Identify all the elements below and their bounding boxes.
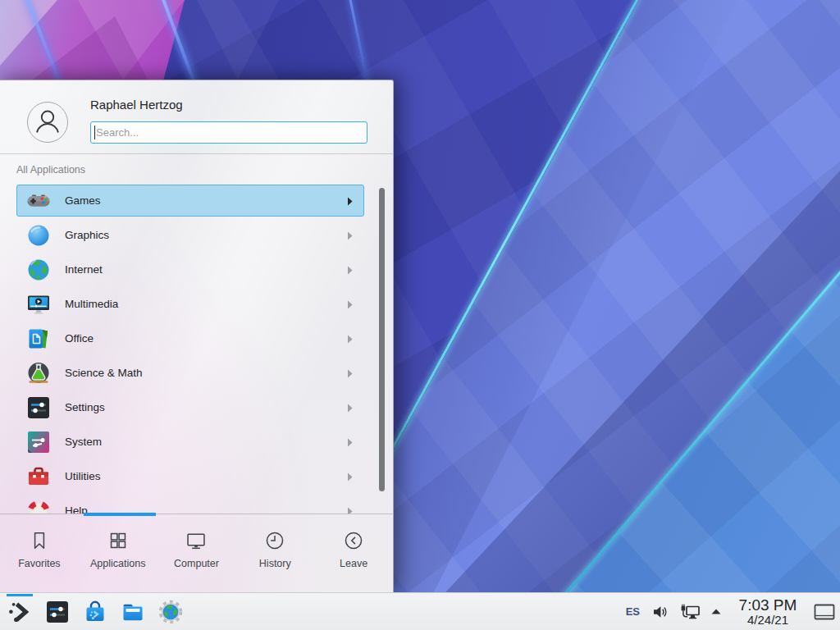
globe-icon (25, 257, 52, 283)
tab-label: Favorites (0, 558, 79, 569)
menu-item-label: Graphics (65, 220, 109, 250)
user-name: Raphael Hertzog (90, 98, 183, 112)
gamepad-icon (25, 188, 52, 214)
science-flask-icon (25, 360, 52, 386)
submenu-arrow-icon (347, 266, 353, 275)
text-caret (94, 126, 95, 139)
user-avatar[interactable] (27, 102, 68, 143)
file-manager-button[interactable] (120, 599, 146, 625)
system-settings-button[interactable] (44, 599, 71, 625)
menu-item-label: Settings (65, 392, 105, 422)
office-document-icon (25, 326, 52, 352)
network-icon[interactable] (680, 603, 701, 621)
submenu-arrow-icon (347, 335, 353, 344)
bookmark-icon (29, 530, 50, 551)
menu-item-system[interactable]: System (16, 426, 364, 458)
menu-item-graphics[interactable]: Graphics (16, 219, 364, 251)
globe-gear-icon (158, 599, 184, 625)
discover-icon (82, 599, 108, 625)
section-label: All Applications (16, 164, 85, 176)
volume-icon[interactable] (651, 603, 669, 621)
submenu-arrow-icon (347, 404, 353, 413)
menu-item-label: System (65, 427, 102, 457)
system-settings-icon (44, 599, 71, 625)
desktop: Raphael Hertzog All Applications (0, 0, 840, 630)
menu-item-label: Multimedia (65, 289, 118, 319)
settings-sliders-icon (25, 395, 52, 421)
list-scrollbar[interactable] (379, 188, 385, 491)
help-lifebuoy-icon (25, 498, 52, 514)
graphics-ball-icon (25, 222, 52, 249)
menu-item-label: Help (65, 495, 88, 514)
menu-item-office[interactable]: Office (16, 322, 364, 354)
menu-item-label: Utilities (65, 461, 101, 491)
submenu-arrow-icon (347, 197, 353, 206)
menu-item-label: Office (65, 323, 94, 354)
expand-arrow-icon[interactable] (710, 608, 722, 615)
clock-date: 4/24/21 (747, 614, 788, 627)
tab-label: Leave (314, 558, 393, 569)
kickoff-menu: Raphael Hertzog All Applications (0, 80, 394, 592)
menu-item-label: Internet (65, 254, 103, 285)
submenu-arrow-icon (347, 369, 353, 378)
menu-item-utilities[interactable]: Utilities (16, 460, 364, 492)
tab-applications[interactable]: Applications (79, 516, 158, 592)
submenu-arrow-icon (347, 507, 353, 514)
submenu-arrow-icon (347, 472, 353, 482)
submenu-arrow-icon (347, 438, 353, 447)
tab-history[interactable]: History (235, 516, 314, 592)
grid-icon (107, 530, 129, 551)
active-task-indicator (7, 594, 33, 596)
clock-icon (264, 530, 285, 551)
submenu-arrow-icon (347, 231, 353, 240)
menu-item-games[interactable]: Games (16, 185, 364, 217)
menu-item-multimedia[interactable]: Multimedia (16, 288, 364, 320)
discover-button[interactable] (82, 599, 108, 625)
submenu-arrow-icon (347, 300, 353, 309)
taskbar-launchers (7, 593, 184, 630)
application-category-list: Games Graphics (0, 180, 393, 514)
menu-item-label: Games (65, 185, 101, 216)
tabbar-separator (0, 514, 393, 514)
menu-item-settings[interactable]: Settings (16, 391, 364, 423)
clock-time: 7:03 PM (739, 596, 797, 614)
menu-item-science-math[interactable]: Science & Math (16, 357, 364, 389)
application-launcher-button[interactable] (7, 599, 33, 625)
system-tray: ES (626, 593, 840, 630)
folder-icon (120, 599, 146, 625)
web-browser-button[interactable] (158, 599, 184, 625)
toolbox-icon (25, 463, 52, 490)
monitor-icon (185, 530, 207, 551)
digital-clock[interactable]: 7:03 PM 4/24/21 (732, 596, 804, 627)
system-sliders-icon (25, 429, 52, 455)
tab-label: History (235, 558, 314, 569)
kickoff-tabbar: Favorites Applications C (0, 516, 393, 592)
multimedia-monitor-icon (25, 291, 52, 317)
show-desktop-button[interactable] (810, 593, 838, 630)
tab-favorites[interactable]: Favorites (0, 516, 79, 592)
tab-computer[interactable]: Computer (158, 516, 236, 592)
keyboard-layout-indicator[interactable]: ES (626, 605, 640, 618)
taskbar-panel: ES (0, 592, 840, 630)
tab-label: Applications (79, 558, 158, 569)
tab-label: Computer (158, 558, 236, 569)
header-separator (0, 153, 393, 154)
menu-item-internet[interactable]: Internet (16, 253, 364, 285)
search-input[interactable] (90, 121, 368, 144)
leave-icon (343, 530, 364, 551)
menu-item-label: Science & Math (65, 358, 143, 388)
show-desktop-icon (813, 602, 836, 622)
tab-leave[interactable]: Leave (314, 516, 393, 592)
menu-item-help[interactable]: Help (16, 495, 364, 514)
kickoff-icon (7, 599, 33, 625)
